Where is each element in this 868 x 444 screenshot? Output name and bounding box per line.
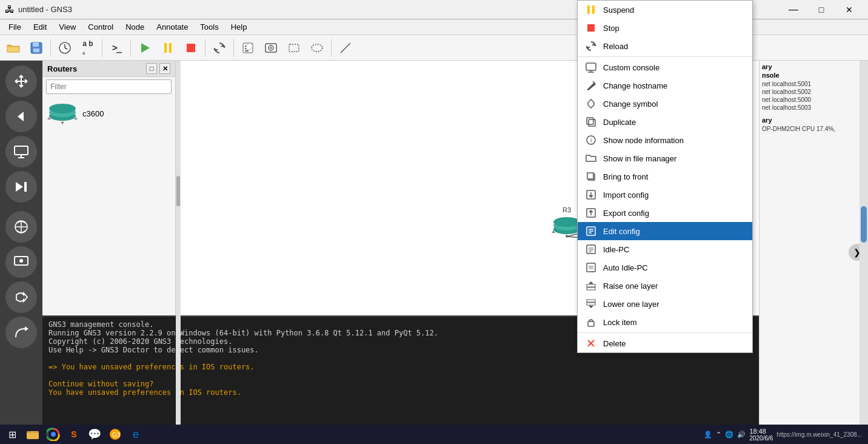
cm-custom-console[interactable]: Custom console bbox=[578, 58, 752, 76]
cm-raise-one-layer[interactable]: Raise one layer bbox=[578, 277, 752, 295]
router-item-c3600[interactable]: c3600 bbox=[45, 99, 173, 128]
routers-panel-title: Routers bbox=[47, 64, 77, 73]
cm-lower-one-layer[interactable]: Lower one layer bbox=[578, 295, 752, 313]
pause-button[interactable] bbox=[157, 37, 179, 59]
cm-lock-item[interactable]: Lock item bbox=[578, 313, 752, 331]
stop-button[interactable] bbox=[180, 37, 202, 59]
screenshot-button[interactable] bbox=[260, 37, 282, 59]
canvas-left-scroll[interactable] bbox=[176, 61, 181, 444]
back-button[interactable] bbox=[5, 101, 37, 132]
forward-button[interactable] bbox=[5, 281, 37, 313]
edit-note-button[interactable] bbox=[237, 37, 259, 59]
network-all-button[interactable] bbox=[5, 211, 37, 243]
cm-import-config-label: Import config bbox=[603, 190, 745, 200]
clock-button[interactable] bbox=[54, 37, 76, 59]
svg-marker-120 bbox=[589, 281, 593, 284]
taskbar-chat[interactable]: 💬 bbox=[85, 426, 104, 443]
panel-close-button[interactable]: ✕ bbox=[159, 63, 170, 74]
cm-edit-config[interactable]: Edit config bbox=[578, 222, 752, 240]
minimize-button[interactable]: — bbox=[780, 0, 807, 19]
taskbar-gns3-app[interactable]: G3 bbox=[105, 426, 125, 443]
line-tool-button[interactable] bbox=[335, 37, 356, 59]
cm-export-config[interactable]: Export config bbox=[578, 204, 752, 222]
menu-view[interactable]: View bbox=[53, 19, 82, 35]
svg-text:i: i bbox=[590, 137, 592, 144]
cm-edit-config-label: Edit config bbox=[603, 227, 745, 236]
taskbar-notification[interactable]: 👤 bbox=[704, 431, 712, 439]
menu-file[interactable]: File bbox=[2, 19, 27, 35]
cm-show-node-info[interactable]: i Show node information bbox=[578, 131, 752, 149]
ellipse-tool-button[interactable] bbox=[306, 37, 328, 59]
menu-help[interactable]: Help bbox=[225, 19, 253, 35]
cm-bring-to-front[interactable]: Bring to front bbox=[578, 167, 752, 186]
taskbar-edge[interactable]: e bbox=[126, 426, 145, 443]
cm-duplicate[interactable]: Duplicate bbox=[578, 113, 752, 131]
svg-marker-8 bbox=[141, 43, 150, 53]
cm-auto-idle-pc[interactable]: Auto Idle-PC bbox=[578, 258, 752, 277]
open-folder-button[interactable] bbox=[2, 37, 24, 59]
svg-rect-90 bbox=[586, 63, 596, 70]
taskbar-volume[interactable]: 🔊 bbox=[737, 431, 746, 439]
svg-marker-103 bbox=[589, 195, 593, 198]
cm-idle-pc[interactable]: Idle-PC bbox=[578, 240, 752, 258]
play-button[interactable] bbox=[134, 37, 156, 59]
menu-annotate[interactable]: Annotate bbox=[150, 19, 194, 35]
svg-marker-123 bbox=[589, 306, 593, 308]
monitor2-button[interactable] bbox=[5, 246, 37, 278]
svg-marker-35 bbox=[25, 326, 28, 331]
lock-icon bbox=[585, 317, 597, 328]
svg-marker-89 bbox=[586, 47, 590, 49]
lower-layer-icon bbox=[585, 298, 597, 309]
svg-rect-96 bbox=[587, 118, 593, 124]
terminal-button[interactable]: >_ bbox=[105, 37, 127, 59]
v-scrollbar[interactable] bbox=[860, 61, 868, 425]
taskbar-sublime[interactable]: S bbox=[64, 426, 84, 443]
right-panel: ary nsole net localhost:5001 net localho… bbox=[759, 61, 868, 444]
v-scroll-thumb bbox=[861, 206, 867, 243]
cm-change-hostname[interactable]: Change hostname bbox=[578, 76, 752, 95]
cm-suspend[interactable]: Suspend bbox=[578, 1, 752, 19]
cm-stop[interactable]: Stop bbox=[578, 19, 752, 37]
svg-point-34 bbox=[19, 259, 23, 263]
close-button[interactable]: ✕ bbox=[835, 0, 863, 19]
route-button[interactable] bbox=[5, 317, 37, 348]
taskbar-chrome[interactable] bbox=[44, 426, 63, 443]
router-icon bbox=[47, 101, 78, 126]
save-button[interactable] bbox=[25, 37, 47, 59]
panel-undock-button[interactable]: □ bbox=[146, 63, 157, 74]
monitor-button[interactable] bbox=[5, 136, 37, 167]
cm-delete[interactable]: Delete bbox=[578, 334, 752, 352]
svg-rect-29 bbox=[24, 182, 27, 192]
cm-change-symbol[interactable]: Change symbol bbox=[578, 95, 752, 113]
cm-import-config[interactable]: Import config bbox=[578, 186, 752, 204]
svg-line-23 bbox=[341, 43, 350, 53]
cm-change-symbol-label: Change symbol bbox=[603, 99, 745, 109]
cm-show-file-manager[interactable]: Show in file manager bbox=[578, 149, 752, 167]
taskbar-network[interactable]: 🌐 bbox=[725, 431, 733, 439]
cm-reload[interactable]: Reload bbox=[578, 37, 752, 55]
maximize-button[interactable]: □ bbox=[807, 0, 835, 19]
menu-edit[interactable]: Edit bbox=[27, 19, 53, 35]
reload-button[interactable] bbox=[209, 37, 230, 59]
cm-lock-item-label: Lock item bbox=[603, 318, 745, 327]
import-icon bbox=[585, 189, 597, 200]
summary-section-2: ary OP-DHM2CIH CPU 17.4%, bbox=[762, 116, 866, 133]
taskbar-arrows[interactable]: ⌃ bbox=[716, 431, 721, 439]
menu-control[interactable]: Control bbox=[82, 19, 119, 35]
move-tool-button[interactable] bbox=[5, 66, 37, 97]
taskbar-file-manager[interactable] bbox=[23, 426, 42, 443]
svg-marker-13 bbox=[213, 49, 218, 52]
console-line-5 bbox=[48, 354, 753, 363]
skip-forward-button[interactable] bbox=[5, 171, 37, 203]
filter-input[interactable] bbox=[46, 79, 172, 94]
rectangle-tool-button[interactable] bbox=[283, 37, 305, 59]
window-controls: — □ ✕ bbox=[780, 0, 863, 19]
svg-point-20 bbox=[270, 47, 272, 49]
menu-node[interactable]: Node bbox=[119, 19, 150, 35]
taskbar-start[interactable]: ⊞ bbox=[2, 426, 22, 443]
console-line-6: => You have unsaved preferences in IOS r… bbox=[48, 363, 753, 371]
menu-tools[interactable]: Tools bbox=[194, 19, 224, 35]
text-tool-button[interactable]: a bc bbox=[77, 37, 99, 59]
routers-panel-header: Routers □ ✕ bbox=[42, 61, 175, 77]
toolbar-separator-3 bbox=[130, 39, 131, 57]
